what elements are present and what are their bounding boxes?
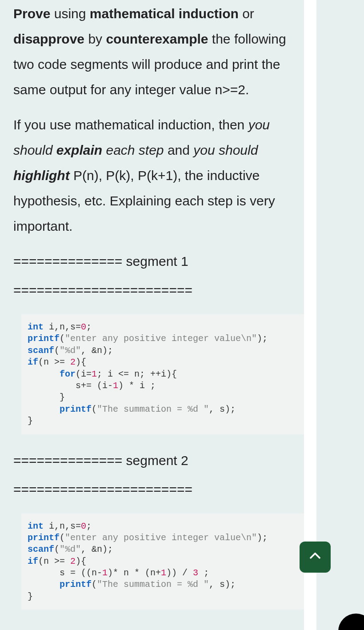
scroll-to-top-button[interactable] (300, 542, 331, 573)
text: and (164, 143, 194, 157)
chevron-up-icon (308, 550, 322, 565)
explain-word: explain (56, 143, 102, 157)
highlight-word: highlight (13, 168, 70, 183)
right-gutter (304, 0, 316, 630)
question-content: Prove using mathematical induction or di… (0, 0, 304, 630)
segment-1-divider: ======================= (13, 277, 304, 303)
segment-1-header: ============== segment 1 (13, 249, 304, 274)
right-strip (316, 0, 364, 630)
code-segment-2: int i,n,s=0; printf("enter any positive … (21, 514, 304, 610)
text: using (50, 6, 89, 21)
text: or (239, 6, 254, 21)
text: If you use mathematical induction, then (13, 117, 248, 132)
disapprove-word: disapprove (13, 32, 84, 46)
counterexample-word: counterexample (106, 32, 208, 46)
code-segment-1: int i,n,s=0; printf("enter any positive … (21, 314, 304, 434)
segment-2-header: ============== segment 2 (13, 448, 304, 473)
mi-word: mathematical induction (90, 6, 239, 21)
text: by (84, 32, 106, 46)
segment-2-divider: ======================= (13, 477, 304, 502)
paragraph-1: Prove using mathematical induction or di… (13, 0, 304, 102)
prove-word: Prove (13, 6, 50, 21)
paragraph-2: If you use mathematical induction, then … (13, 112, 304, 239)
